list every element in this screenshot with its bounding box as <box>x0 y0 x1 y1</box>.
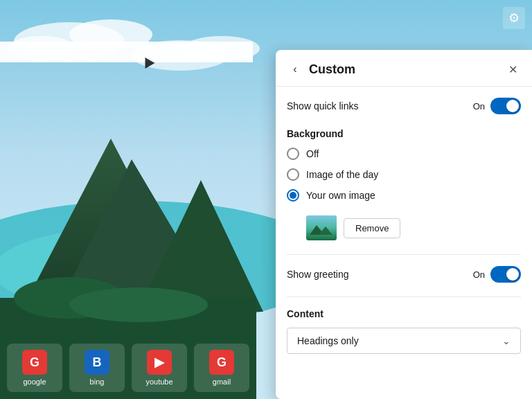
close-icon: ✕ <box>508 63 517 76</box>
radio-circle-off <box>287 148 299 160</box>
radio-label-image-of-day: Image of the day <box>306 169 378 180</box>
content-dropdown-value: Headings only <box>297 335 359 346</box>
show-greeting-label: Show greeting <box>287 269 349 280</box>
content-dropdown[interactable]: Headings only ⌄ <box>287 328 521 354</box>
thumb-svg <box>306 215 337 240</box>
radio-your-own-image[interactable]: Your own image <box>287 189 521 202</box>
show-greeting-toggle[interactable] <box>490 266 521 283</box>
youtube-icon: ▶ <box>147 350 172 375</box>
panel-header: ‹ Custom ✕ <box>276 50 532 87</box>
image-thumbnail <box>306 215 337 240</box>
show-quick-links-row: Show quick links On <box>287 98 521 114</box>
radio-circle-image-of-day <box>287 168 299 181</box>
svg-point-13 <box>69 287 208 322</box>
radio-image-of-day[interactable]: Image of the day <box>287 168 521 181</box>
toggle-knob-greeting <box>506 268 519 281</box>
gmail-icon: G <box>209 350 234 375</box>
show-greeting-row: Show greeting On <box>287 266 521 283</box>
show-quick-links-state: On <box>473 101 485 112</box>
back-button[interactable]: ‹ <box>287 61 303 78</box>
settings-panel: ‹ Custom ✕ Show quick links On Backgroun… <box>276 50 532 399</box>
show-quick-links-toggle[interactable] <box>490 98 521 114</box>
bing-icon: B <box>85 350 109 375</box>
divider-2 <box>287 296 521 297</box>
google-icon: G <box>22 350 47 375</box>
background-section: Background Off Image of the day Your own… <box>287 128 521 240</box>
panel-body: Show quick links On Background Off <box>276 87 532 365</box>
remove-button[interactable]: Remove <box>344 218 400 238</box>
quick-links-bar: G google B bing ▶ youtube G gmail <box>0 344 256 399</box>
show-quick-links-label: Show quick links <box>287 100 359 112</box>
panel-title: Custom <box>309 62 355 77</box>
browser-address-bar[interactable] <box>0 42 253 62</box>
divider-1 <box>287 254 521 255</box>
background-heading: Background <box>287 128 521 139</box>
radio-label-off: Off <box>306 148 319 159</box>
show-quick-links-toggle-container: On <box>473 98 521 114</box>
panel-header-left: ‹ Custom <box>287 61 355 78</box>
radio-off[interactable]: Off <box>287 148 521 160</box>
background-radio-group: Off Image of the day Your own image <box>287 148 521 202</box>
quick-link-google[interactable]: G google <box>7 344 62 392</box>
quick-link-bing[interactable]: B bing <box>69 344 125 392</box>
quick-link-gmail-label: gmail <box>213 378 231 386</box>
toggle-knob <box>506 100 519 112</box>
content-heading: Content <box>287 308 521 319</box>
close-button[interactable]: ✕ <box>504 61 521 78</box>
radio-circle-your-own-image <box>287 189 299 202</box>
back-icon: ‹ <box>293 63 296 76</box>
quick-link-gmail[interactable]: G gmail <box>194 344 249 392</box>
svg-rect-17 <box>306 215 337 240</box>
content-section: Content Headings only ⌄ <box>287 308 521 354</box>
chevron-down-icon: ⌄ <box>502 335 511 346</box>
gear-button[interactable]: ⚙ <box>503 7 525 29</box>
radio-label-your-own-image: Your own image <box>306 190 375 201</box>
quick-link-youtube-label: youtube <box>145 378 172 386</box>
quick-link-bing-label: bing <box>90 378 105 386</box>
gear-icon: ⚙ <box>508 10 520 26</box>
quick-link-youtube[interactable]: ▶ youtube <box>132 344 187 392</box>
image-preview-row: Remove <box>306 215 521 240</box>
show-greeting-state: On <box>473 269 485 280</box>
show-greeting-toggle-container: On <box>473 266 521 283</box>
quick-link-google-label: google <box>23 378 46 386</box>
